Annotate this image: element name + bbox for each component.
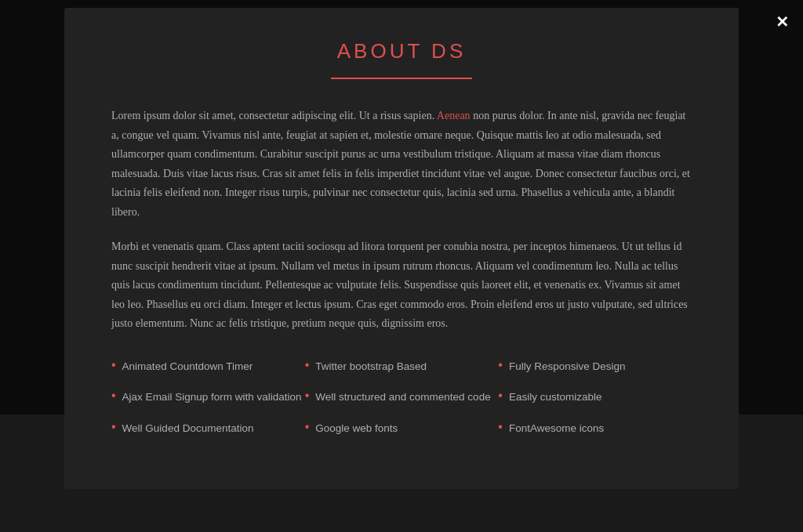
feature-item-countdown: • Animated Countdown Timer [111, 357, 305, 376]
bullet-icon: • [498, 357, 503, 374]
feature-item-ajax: • Ajax Email Signup form with validation [111, 388, 305, 407]
feature-item-docs: • Well Guided Documentation [111, 419, 305, 438]
feature-label-countdown: Animated Countdown Timer [122, 357, 253, 376]
modal-title: ABOUT DS [111, 39, 692, 63]
features-column-3: • Fully Responsive Design • Easily custo… [498, 357, 692, 451]
bullet-icon: • [305, 388, 310, 404]
feature-label-customizable: Easily customizable [509, 388, 602, 407]
feature-item-fonts: • Google web fonts [305, 419, 499, 438]
bullet-icon: • [498, 419, 503, 436]
feature-label-fonts: Google web fonts [315, 419, 398, 438]
aenean-link[interactable]: Aenean [437, 110, 471, 121]
close-button[interactable]: ✕ [776, 14, 789, 30]
feature-label-code: Well structured and commented code [315, 388, 490, 407]
feature-item-responsive: • Fully Responsive Design [498, 357, 692, 376]
paragraph-1-after-link: non purus dolor. In ante nisl, gravida n… [111, 110, 690, 218]
feature-item-code: • Well structured and commented code [305, 388, 499, 407]
title-divider [331, 78, 472, 79]
feature-item-bootstrap: • Twitter bootstrap Based [305, 357, 499, 376]
bullet-icon: • [498, 388, 503, 404]
modal-dialog: ABOUT DS Lorem ipsum dolor sit amet, con… [64, 8, 739, 489]
features-column-2: • Twitter bootstrap Based • Well structu… [305, 357, 499, 451]
feature-item-customizable: • Easily customizable [498, 388, 692, 407]
bullet-icon: • [305, 357, 310, 374]
feature-label-docs: Well Guided Documentation [122, 419, 254, 438]
feature-label-fontawesome: FontAwesome icons [509, 419, 604, 438]
paragraph-1-before-link: Lorem ipsum dolor sit amet, consectetur … [111, 110, 437, 121]
bullet-icon: • [111, 357, 116, 374]
feature-label-bootstrap: Twitter bootstrap Based [315, 357, 427, 376]
features-column-1: • Animated Countdown Timer • Ajax Email … [111, 357, 305, 451]
feature-label-ajax: Ajax Email Signup form with validation [122, 388, 302, 407]
features-section: • Animated Countdown Timer • Ajax Email … [111, 357, 692, 451]
paragraph-1: Lorem ipsum dolor sit amet, consectetur … [111, 107, 692, 222]
bullet-icon: • [111, 388, 116, 404]
feature-label-responsive: Fully Responsive Design [509, 357, 626, 376]
modal-container: ABOUT DS Lorem ipsum dolor sit amet, con… [0, 0, 803, 532]
feature-item-fontawesome: • FontAwesome icons [498, 419, 692, 438]
bullet-icon: • [305, 419, 310, 436]
paragraph-2: Morbi et venenatis quam. Class aptent ta… [111, 237, 692, 334]
bullet-icon: • [111, 419, 116, 436]
modal-body: Lorem ipsum dolor sit amet, consectetur … [111, 107, 692, 450]
